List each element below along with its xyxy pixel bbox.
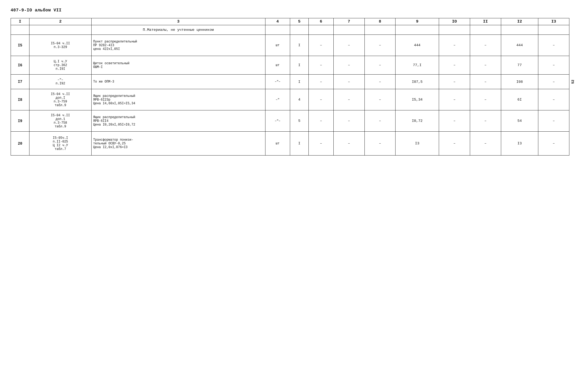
row-ref: I5-05ч.I п.II-025 Ц I2 ч.У табл.7 xyxy=(29,132,92,156)
row-id: I8 xyxy=(11,89,29,110)
row-col9: 444 xyxy=(396,35,439,56)
row-col9: I5,34 xyxy=(396,89,439,110)
section-col6 xyxy=(309,25,334,35)
row-id: I7 xyxy=(11,75,29,89)
row-qty: 5 xyxy=(290,110,309,132)
row-id: I9 xyxy=(11,110,29,132)
row-ref: Ц.I ч.У стр.362 п.I9I xyxy=(29,56,92,75)
table-row: I6 Ц.I ч.У стр.362 п.I9I Щиток осветител… xyxy=(11,56,569,75)
section-col8 xyxy=(364,25,396,35)
section-col10 xyxy=(439,25,470,35)
row-unit: шт xyxy=(265,56,290,75)
row-id: I5 xyxy=(11,35,29,56)
section-col4 xyxy=(265,25,290,35)
row-col11: – xyxy=(470,110,501,132)
header-col8: 8 xyxy=(364,18,396,25)
row-id: I6 xyxy=(11,56,29,75)
section-col7 xyxy=(333,25,364,35)
header-col6: 6 xyxy=(309,18,334,25)
row-ref: –"– п.I92 xyxy=(29,75,92,89)
row-ref: I5-04 ч.II доп.1 п.3-758 табл.9 xyxy=(29,110,92,132)
row-col7: – xyxy=(333,89,364,110)
row-col10: – xyxy=(439,110,470,132)
row-col10: – xyxy=(439,89,470,110)
row-unit: –" xyxy=(265,89,290,110)
section-col12 xyxy=(501,25,538,35)
row-col6: – xyxy=(309,35,334,56)
row-col12: 54 xyxy=(501,110,538,132)
row-col11: – xyxy=(470,75,501,89)
row-col11: – xyxy=(470,56,501,75)
row-col9: I07,5 xyxy=(396,75,439,89)
header-col10: IO xyxy=(439,18,470,25)
row-qty: 4 xyxy=(290,89,309,110)
row-col7: – xyxy=(333,56,364,75)
row-unit: шт xyxy=(265,132,290,156)
section-col9 xyxy=(396,25,439,35)
main-table: I 2 3 4 5 6 7 8 9 IO II I2 I3 П.Материал… xyxy=(11,18,569,156)
row-col8: – xyxy=(364,89,396,110)
row-col8: – xyxy=(364,110,396,132)
row-col11: – xyxy=(470,132,501,156)
row-col8: – xyxy=(364,35,396,56)
row-col10: – xyxy=(439,56,470,75)
row-col6: – xyxy=(309,110,334,132)
row-col10: – xyxy=(439,132,470,156)
header-col4: 4 xyxy=(265,18,290,25)
row-ref: I5-04 ч.II п.3-329 xyxy=(29,35,92,56)
row-qty: I xyxy=(290,75,309,89)
row-desc: Пункт распределительныйПР 9282-4I3цена 4… xyxy=(91,35,265,56)
section-col1 xyxy=(11,25,29,35)
row-col10: – xyxy=(439,75,470,89)
header-col11: II xyxy=(470,18,501,25)
row-col7: – xyxy=(333,110,364,132)
row-col8: – xyxy=(364,56,396,75)
row-col7: – xyxy=(333,35,364,56)
section-col11 xyxy=(470,25,501,35)
table-row: 20 I5-05ч.I п.II-025 Ц I2 ч.У табл.7 Тра… xyxy=(11,132,569,156)
page-title: 407-9-IO альбом VII xyxy=(11,8,569,13)
row-col8: – xyxy=(364,132,396,156)
header-col12: I2 xyxy=(501,18,538,25)
row-col9: I3 xyxy=(396,132,439,156)
row-unit: –"– xyxy=(265,75,290,89)
row-ref: I5-04 ч.II доп.I п.3-759 табл.9 xyxy=(29,89,92,110)
row-col12: I08 xyxy=(501,75,538,89)
header-col7: 7 xyxy=(333,18,364,25)
header-col13: I3 xyxy=(538,18,569,25)
row-qty: I xyxy=(290,35,309,56)
header-col2: 2 xyxy=(29,18,92,25)
header-col1: I xyxy=(11,18,29,25)
row-id: 20 xyxy=(11,132,29,156)
side-note-52: 52 xyxy=(571,80,575,84)
row-col6: – xyxy=(309,89,334,110)
row-col6: – xyxy=(309,75,334,89)
row-desc: Трансформатор понизи-тельный ОСВУ-0,25Це… xyxy=(91,132,265,156)
row-col13: – 52 xyxy=(538,75,569,89)
header-col3: 3 xyxy=(91,18,265,25)
section-col3: П.Материалы, не учтенные ценником xyxy=(91,25,265,35)
section-col5 xyxy=(290,25,309,35)
row-col7: – xyxy=(333,132,364,156)
row-desc: Ящик распределительныйЯРВ-6II4Цена I0,20… xyxy=(91,110,265,132)
row-col13: – xyxy=(538,110,569,132)
table-row: I7 –"– п.I92 То же ОПМ-3 –"– I – – – I07… xyxy=(11,75,569,89)
row-col13: – xyxy=(538,132,569,156)
row-unit: –"– xyxy=(265,110,290,132)
row-desc: Щиток осветительныйОШМ–I xyxy=(91,56,265,75)
row-col11: – xyxy=(470,89,501,110)
row-col7: – xyxy=(333,75,364,89)
row-col12: I3 xyxy=(501,132,538,156)
row-unit: шт xyxy=(265,35,290,56)
row-col11: – xyxy=(470,35,501,56)
section-col13 xyxy=(538,25,569,35)
row-col6: – xyxy=(309,56,334,75)
row-col12: 6I xyxy=(501,89,538,110)
row-qty: I xyxy=(290,56,309,75)
section-header-row: П.Материалы, не учтенные ценником xyxy=(11,25,569,35)
table-row: I9 I5-04 ч.II доп.1 п.3-758 табл.9 Ящик … xyxy=(11,110,569,132)
header-col9: 9 xyxy=(396,18,439,25)
row-col9: I0,72 xyxy=(396,110,439,132)
row-qty: I xyxy=(290,132,309,156)
row-desc: Ящик распределительныйЯРВ-6I23рЦена I4,6… xyxy=(91,89,265,110)
